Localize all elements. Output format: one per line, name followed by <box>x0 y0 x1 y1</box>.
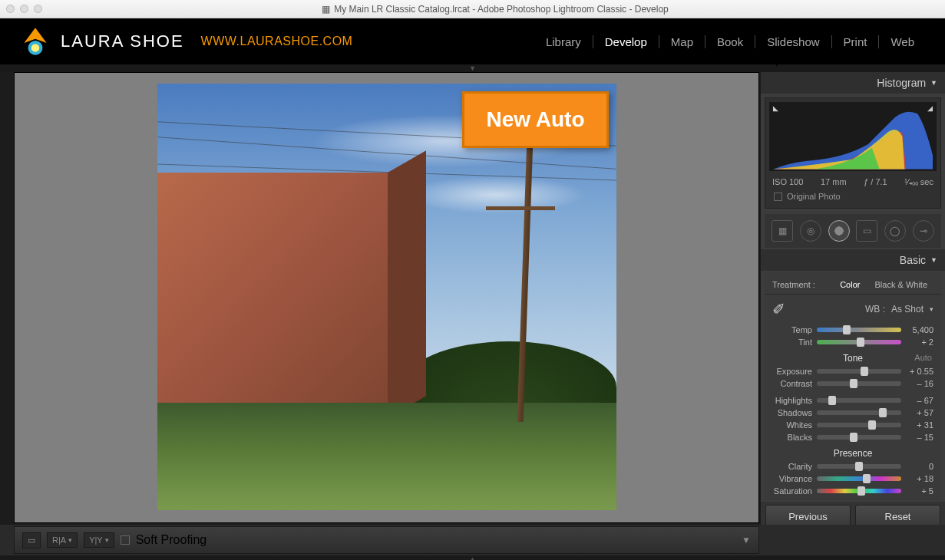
dropdown-icon[interactable]: ▾ <box>930 305 933 313</box>
local-tools-strip: ▦ ◎ ▭ ◯ ⊸ <box>765 214 941 248</box>
collapse-icon[interactable]: ▼ <box>930 79 937 87</box>
minimize-window-icon[interactable] <box>20 5 28 13</box>
collapse-bottom-arrow-icon[interactable]: ▲ <box>0 555 945 560</box>
collapse-top-arrow-icon[interactable]: ▼ <box>0 64 945 72</box>
basic-title: Basic <box>900 254 926 266</box>
slider-highlights[interactable]: Highlights– 67 <box>765 394 941 407</box>
maximize-window-icon[interactable] <box>34 5 42 13</box>
brand-name: LAURA SHOE <box>61 31 184 51</box>
svg-marker-2 <box>773 106 778 111</box>
window-controls[interactable] <box>6 5 42 13</box>
identity-plate-bar: LAURA SHOE WWW.LAURASHOE.COM Library Dev… <box>0 18 945 64</box>
treatment-label: Treatment : <box>772 280 815 289</box>
svg-marker-3 <box>927 106 933 111</box>
loupe-view-button[interactable]: ▭ <box>22 532 41 548</box>
meta-iso: ISO 100 <box>772 177 803 187</box>
slider-temp[interactable]: Temp5,400 <box>765 324 941 336</box>
module-map[interactable]: Map <box>659 35 705 48</box>
module-print[interactable]: Print <box>832 35 880 48</box>
checkbox-icon[interactable] <box>774 193 782 201</box>
slider-vibrance[interactable]: Vibrance+ 18 <box>765 473 941 485</box>
develop-toolbar: ▭ R|A ▾ Y|Y ▾ Soft Proofing ▼ <box>14 526 759 554</box>
histogram-header[interactable]: Histogram ▼ <box>761 72 945 94</box>
collapse-icon[interactable]: ▼ <box>930 256 937 264</box>
slider-exposure[interactable]: Exposure+ 0.55 <box>765 365 941 377</box>
previous-button[interactable]: Previous <box>765 505 851 525</box>
soft-proof-label: Soft Proofing <box>136 533 207 547</box>
graduated-filter-tool[interactable]: ▭ <box>856 220 877 242</box>
module-web[interactable]: Web <box>879 35 926 48</box>
panel-actions: Previous Reset <box>761 502 945 525</box>
treatment-bw[interactable]: Black & White <box>869 280 933 289</box>
document-icon: ▦ <box>322 4 330 15</box>
tone-section: ToneAuto <box>765 348 941 365</box>
slider-tint[interactable]: Tint+ 2 <box>765 336 941 348</box>
develop-right-panel: Histogram ▼ ISO 100 17 mm ƒ / 7.1 ¹⁄₄₀₀ … <box>761 72 945 525</box>
module-slideshow[interactable]: Slideshow <box>755 35 831 48</box>
image-canvas[interactable]: New Auto <box>14 72 759 523</box>
histogram-panel: ISO 100 17 mm ƒ / 7.1 ¹⁄₄₀₀ sec Original… <box>765 97 941 209</box>
module-develop[interactable]: Develop <box>593 35 659 48</box>
histogram-title: Histogram <box>877 77 926 89</box>
module-library[interactable]: Library <box>534 35 593 48</box>
reset-button[interactable]: Reset <box>855 505 940 525</box>
radial-filter-tool[interactable]: ◯ <box>884 220 906 242</box>
slider-contrast[interactable]: Contrast– 16 <box>765 377 941 390</box>
wb-label: WB : <box>791 304 885 315</box>
eyedropper-icon[interactable]: ✐ <box>772 300 785 318</box>
slider-blacks[interactable]: Blacks– 15 <box>765 431 941 443</box>
toolbar-menu-icon[interactable]: ▼ <box>742 535 751 545</box>
redeye-tool[interactable] <box>828 220 850 242</box>
original-photo-toggle[interactable]: Original Photo <box>769 189 937 204</box>
white-balance-row: ✐ WB : As Shot ▾ <box>765 295 941 324</box>
treatment-color[interactable]: Color <box>834 280 866 289</box>
window-titlebar: ▦ My Main LR Classic Catalog.lrcat - Ado… <box>0 0 945 18</box>
slider-saturation[interactable]: Saturation+ 5 <box>765 485 941 497</box>
basic-header[interactable]: Basic ▼ <box>761 249 945 271</box>
original-photo-label: Original Photo <box>787 192 841 201</box>
svg-point-1 <box>31 44 40 52</box>
histogram-graph[interactable] <box>769 102 937 171</box>
spot-removal-tool[interactable]: ◎ <box>800 220 821 242</box>
basic-panel: Treatment : Color Black & White ✐ WB : A… <box>765 272 941 500</box>
meta-focal: 17 mm <box>821 177 847 187</box>
soft-proof-checkbox[interactable] <box>121 535 130 545</box>
window-title-text: My Main LR Classic Catalog.lrcat - Adobe… <box>334 4 669 15</box>
slider-clarity[interactable]: Clarity0 <box>765 460 941 473</box>
auto-tone-button[interactable]: Auto <box>914 353 932 362</box>
brand-logo-icon <box>19 25 51 58</box>
slider-whites[interactable]: Whites+ 31 <box>765 419 941 431</box>
before-after-lr-button[interactable]: R|A ▾ <box>47 532 78 548</box>
crop-tool[interactable]: ▦ <box>772 220 793 242</box>
photo-preview: New Auto <box>157 84 616 510</box>
module-book[interactable]: Book <box>705 35 755 48</box>
overlay-badge: New Auto <box>462 91 608 148</box>
adjustment-brush-tool[interactable]: ⊸ <box>913 220 934 242</box>
presence-section: Presence <box>765 443 941 460</box>
wb-dropdown[interactable]: As Shot <box>891 304 924 315</box>
brand-url: WWW.LAURASHOE.COM <box>201 35 353 48</box>
slider-shadows[interactable]: Shadows+ 57 <box>765 407 941 419</box>
histogram-metadata: ISO 100 17 mm ƒ / 7.1 ¹⁄₄₀₀ sec <box>769 173 937 189</box>
identity-plate: LAURA SHOE WWW.LAURASHOE.COM <box>19 25 352 58</box>
treatment-row: Treatment : Color Black & White <box>765 275 941 295</box>
close-window-icon[interactable] <box>6 5 15 13</box>
before-after-tb-button[interactable]: Y|Y ▾ <box>84 532 114 548</box>
meta-aperture: ƒ / 7.1 <box>864 177 887 187</box>
window-title: ▦ My Main LR Classic Catalog.lrcat - Ado… <box>51 4 939 15</box>
meta-shutter: ¹⁄₄₀₀ sec <box>904 177 933 187</box>
module-picker: Library Develop Map Book Slideshow Print… <box>534 35 926 48</box>
